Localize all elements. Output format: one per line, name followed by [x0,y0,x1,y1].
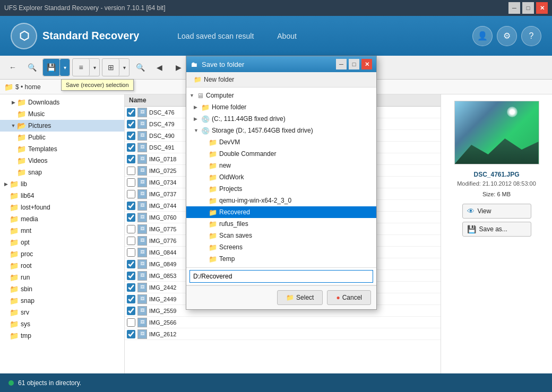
next-button[interactable]: ▶ [170,59,187,76]
sidebar-item-downloads[interactable]: ▶ 📁 Downloads [0,97,124,108]
maximize-button[interactable]: □ [522,2,534,14]
sidebar-item-music[interactable]: 📁 Music [0,108,124,120]
file-name: IMG_0844 [149,249,176,256]
grid-dropdown-button[interactable]: ▾ [119,59,129,76]
dialog-cancel-button[interactable]: ● Cancel [327,290,371,305]
sidebar-item-tmp[interactable]: 📁 tmp [0,330,124,342]
grid-view-button[interactable]: ⊞ [102,59,119,76]
dialog-close-button[interactable]: ✕ [361,59,372,69]
sidebar-item-proc[interactable]: 📁 proc [0,248,124,260]
view-button[interactable]: 👁 View [462,204,531,219]
file-checkbox[interactable] [127,330,135,338]
dialog-tree-item-scan-saves[interactable]: 📁 Scan saves [186,230,376,241]
table-row[interactable]: 🖼 IMG_2566 [125,317,441,328]
file-checkbox[interactable] [127,120,135,128]
dialog-logo-icon: 🖿 [191,60,197,68]
sidebar-item-snap2[interactable]: 📁 snap [0,295,124,307]
file-checkbox[interactable] [127,260,135,268]
dialog-path-input[interactable] [189,270,373,283]
tree-label: sbin [21,285,32,293]
expand-icon [2,297,10,304]
save-as-button[interactable]: 💾 Save as... [462,222,531,237]
dialog-tree-item-screens[interactable]: 📁 Screens [186,241,376,253]
search-button[interactable]: 🔍 [23,59,40,76]
dialog-tree-item-projects[interactable]: 📁 Projects [186,183,376,195]
file-name: IMG_0734 [149,179,176,186]
prev-button[interactable]: ◀ [151,59,168,76]
back-button[interactable]: ← [4,59,21,76]
table-row[interactable]: 🖼 IMG_2612 [125,328,441,340]
find-button[interactable]: 🔍 [132,59,149,76]
dialog-maximize-button[interactable]: □ [349,59,359,69]
dialog-tree-item-devvm[interactable]: 📁 DevVM [186,136,376,148]
sidebar-item-pictures[interactable]: ▼ 📂 Pictures [0,120,124,132]
dialog-footer: 📁 Select ● Cancel [186,285,376,309]
settings-icon-button[interactable]: ⚙ [497,26,517,46]
file-checkbox[interactable] [127,318,135,327]
file-checkbox[interactable] [127,307,135,315]
sidebar-item-run[interactable]: 📁 run [0,272,124,283]
file-checkbox[interactable] [127,283,135,292]
list-view-button[interactable]: ≡ [73,59,90,76]
sidebar-item-snap[interactable]: 📁 snap [0,167,124,178]
sidebar-item-root[interactable]: 📁 root [0,260,124,272]
dialog-tree-item-new[interactable]: 📁 new [186,160,376,171]
list-dropdown-button[interactable]: ▾ [90,59,99,76]
file-checkbox[interactable] [127,272,135,280]
sidebar-item-sbin[interactable]: 📁 sbin [0,283,124,295]
file-checkbox[interactable] [127,190,135,198]
new-folder-label: New folder [204,76,234,83]
user-icon-button[interactable]: 👤 [472,26,493,46]
sidebar-item-sys[interactable]: 📁 sys [0,318,124,330]
dialog-tree-item-qemu[interactable]: 📁 qemu-img-win-x64-2_3_0 [186,195,376,206]
file-checkbox[interactable] [127,155,135,163]
file-checkbox[interactable] [127,295,135,303]
tree-label: snap [28,169,42,176]
sidebar-item-lost-found[interactable]: 📁 lost+found [0,202,124,213]
minimize-button[interactable]: ─ [508,2,520,14]
close-button[interactable]: ✕ [536,2,548,14]
dialog-tree-item-temp[interactable]: 📁 Temp [186,253,376,265]
load-saved-nav[interactable]: Load saved scan result [171,28,260,45]
file-checkbox[interactable] [127,237,135,245]
sidebar-item-videos[interactable]: 📁 Videos [0,155,124,167]
tree-label: tmp [21,332,31,339]
save-dropdown-button[interactable]: ▾ [60,59,70,76]
sidebar-item-media[interactable]: 📁 media [0,213,124,225]
file-checkbox[interactable] [127,202,135,210]
dialog-tree-item-computer[interactable]: ▼ 🖥 Computer [186,90,376,101]
dialog-tree-item-oldwork[interactable]: 📁 OldWork [186,171,376,183]
dialog-tree-item-c-drive[interactable]: ▶ 💿 (C:, 111.44GB fixed drive) [186,113,376,125]
expand-icon [2,262,10,269]
file-checkbox[interactable] [127,167,135,175]
sidebar-item-mnt[interactable]: 📁 mnt [0,225,124,237]
file-checkbox[interactable] [127,213,135,222]
expand-icon [2,215,10,223]
sidebar-item-templates[interactable]: 📁 Templates [0,143,124,155]
sidebar-item-lib[interactable]: ▶ 📁 lib [0,178,124,190]
file-checkbox[interactable] [127,143,135,152]
save-button[interactable]: 💾 [43,59,60,76]
dialog-tree-item-rufus[interactable]: 📁 rufus_files [186,218,376,230]
dialog-tree-item-d-drive[interactable]: ▼ 💿 Storage (D:, 1457.64GB fixed drive) [186,125,376,136]
dialog-tree-item-double-commander[interactable]: 📁 Double Commander [186,148,376,160]
dialog-minimize-button[interactable]: ─ [336,59,347,69]
tree-label: snap [21,297,34,304]
sidebar-item-public[interactable]: 📁 Public [0,132,124,143]
dialog-tree-item-recovered[interactable]: 📁 Recovered [186,206,376,218]
about-nav[interactable]: About [271,28,303,45]
dialog-select-button[interactable]: 📁 Select [277,290,323,305]
sidebar-item-lib64[interactable]: 📁 lib64 [0,190,124,202]
file-checkbox[interactable] [127,132,135,140]
new-folder-button[interactable]: 📁 New folder [191,74,237,85]
expand-icon [10,157,17,164]
sidebar-item-srv[interactable]: 📁 srv [0,307,124,318]
help-icon-button[interactable]: ? [521,26,541,46]
file-checkbox[interactable] [127,248,135,257]
file-checkbox[interactable] [127,178,135,187]
file-checkbox[interactable] [127,225,135,233]
dialog-tree-item-home[interactable]: ▶ 📁 Home folder [186,101,376,113]
folder-icon: 📁 [10,203,19,212]
file-checkbox[interactable] [127,108,135,117]
sidebar-item-opt[interactable]: 📁 opt [0,237,124,248]
